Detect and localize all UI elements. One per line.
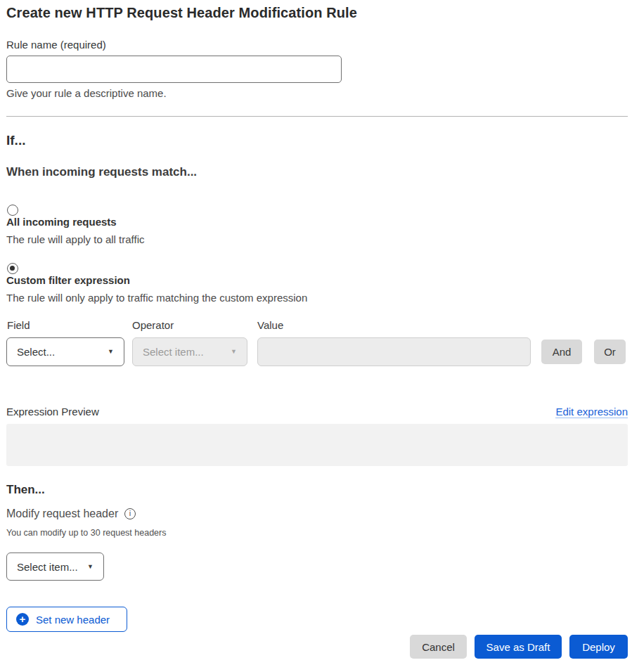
cancel-button[interactable]: Cancel [410,635,467,659]
radio-option-description: The rule will only apply to traffic matc… [6,292,307,304]
radio-option-all-incoming-requests[interactable]: All incoming requests The rule will appl… [6,203,144,245]
radio-option-label: All incoming requests [6,216,144,228]
value-input[interactable] [257,337,531,366]
header-limit-hint: You can modify up to 30 request headers [6,528,166,538]
header-item-select[interactable]: Select item... ▼ [6,553,104,581]
edit-expression-link[interactable]: Edit expression [555,406,628,418]
operator-label: Operator [132,319,174,331]
expression-preview-label: Expression Preview [6,406,99,418]
value-label: Value [257,319,283,331]
set-new-header-label: Set new header [36,614,110,626]
field-label: Field [7,319,30,331]
radio-unselected-icon[interactable] [7,205,18,216]
radio-option-label: Custom filter expression [6,274,307,287]
chevron-down-icon: ▼ [87,564,93,570]
header-item-select-value: Select item... [17,561,78,573]
rule-name-helper: Give your rule a descriptive name. [6,87,167,99]
operator-select[interactable]: Select item... ▼ [132,337,247,366]
if-section-heading: If... [6,133,25,148]
and-button[interactable]: And [541,340,582,364]
field-select[interactable]: Select... ▼ [6,337,124,366]
chevron-down-icon: ▼ [231,349,237,355]
radio-option-custom-filter-expression[interactable]: Custom filter expression The rule will o… [6,261,307,304]
rule-name-input[interactable] [6,56,342,83]
section-divider [6,116,628,117]
set-new-header-button[interactable]: + Set new header [6,607,127,632]
create-rule-page: Create new HTTP Request Header Modificat… [0,0,632,672]
page-title: Create new HTTP Request Header Modificat… [6,5,357,21]
chevron-down-icon: ▼ [108,349,114,355]
rule-name-label: Rule name (required) [6,39,106,51]
match-subheading: When incoming requests match... [6,165,197,179]
operator-select-value: Select item... [143,346,204,358]
radio-selected-icon[interactable] [7,263,18,274]
expression-preview-box [6,424,628,466]
plus-icon: + [16,613,29,626]
modify-request-header-label: Modify request header [6,508,118,520]
then-section-heading: Then... [6,483,45,497]
info-icon[interactable]: i [124,508,136,519]
or-button[interactable]: Or [594,340,626,364]
save-as-draft-button[interactable]: Save as Draft [475,635,562,659]
radio-option-description: The rule will apply to all traffic [6,233,144,245]
deploy-button[interactable]: Deploy [569,635,628,659]
field-select-value: Select... [17,346,55,358]
